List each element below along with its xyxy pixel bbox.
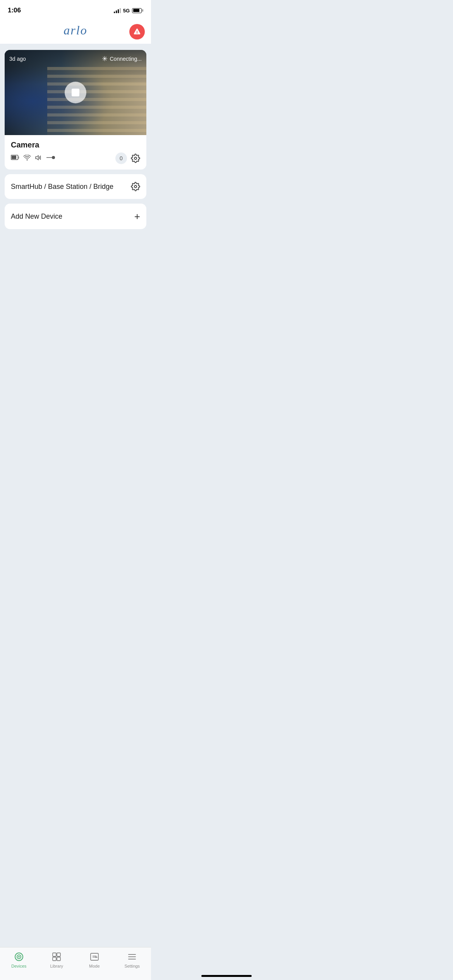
motion-status-icon [46, 155, 55, 162]
alert-button[interactable] [129, 24, 145, 39]
volume-status-icon [35, 155, 43, 162]
stop-button[interactable] [65, 82, 86, 103]
header: arlo [0, 19, 151, 44]
network-type: 5G [123, 8, 130, 14]
spinner-icon: ✳ [102, 55, 108, 63]
svg-rect-2 [18, 156, 19, 159]
connecting-status: ✳ Connecting... [102, 55, 142, 63]
signal-bars-icon [114, 8, 121, 13]
camera-bottom: 0 [11, 152, 140, 164]
stop-square-icon [72, 89, 79, 96]
camera-overlay-top: 3d ago ✳ Connecting... [9, 55, 142, 63]
camera-card: 3d ago ✳ Connecting... Camera [5, 50, 146, 170]
wifi-status-icon [23, 155, 31, 162]
svg-point-6 [52, 156, 55, 159]
connecting-text: Connecting... [110, 56, 142, 62]
alert-icon [133, 28, 141, 36]
main-content: 3d ago ✳ Connecting... Camera [0, 44, 151, 286]
smarthub-settings-button[interactable] [131, 182, 140, 191]
status-icons: 5G [114, 8, 143, 14]
battery-icon [132, 8, 143, 13]
camera-info: Camera [5, 135, 146, 170]
status-bar: 1:06 5G [0, 0, 151, 19]
add-device-label: Add New Device [11, 212, 62, 221]
camera-status-icons [11, 155, 55, 162]
smarthub-label: SmartHub / Base Station / Bridge [11, 183, 113, 191]
app-logo: arlo [63, 23, 87, 38]
svg-rect-1 [12, 156, 16, 159]
status-time: 1:06 [8, 7, 21, 14]
battery-status-icon [11, 155, 19, 162]
camera-timestamp: 3d ago [9, 56, 26, 62]
plus-icon: + [134, 211, 140, 221]
notification-badge[interactable]: 0 [115, 152, 127, 164]
camera-settings-button[interactable] [131, 154, 140, 163]
camera-actions: 0 [115, 152, 140, 164]
camera-name: Camera [11, 140, 140, 149]
add-device-card[interactable]: Add New Device + [5, 204, 146, 229]
smarthub-card[interactable]: SmartHub / Base Station / Bridge [5, 174, 146, 199]
camera-preview[interactable]: 3d ago ✳ Connecting... [5, 50, 146, 135]
